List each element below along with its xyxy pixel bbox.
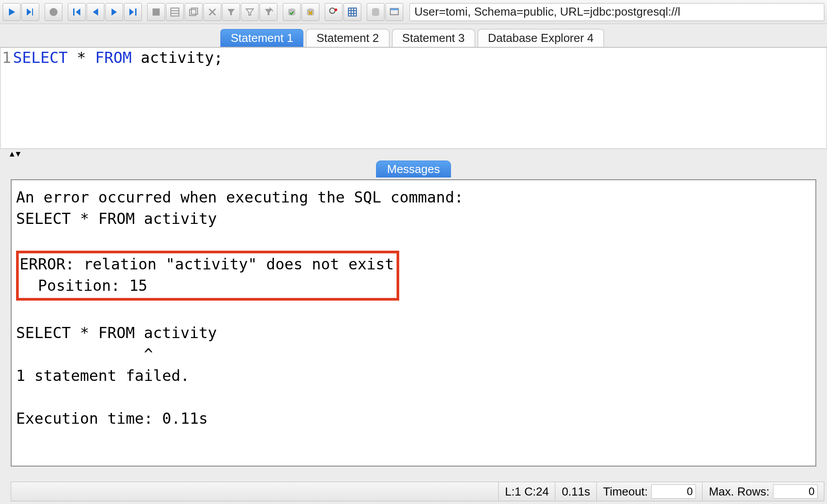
error-highlight-box: ERROR: relation "activity" does not exis… — [16, 251, 399, 301]
svg-rect-0 — [32, 8, 33, 16]
svg-point-20 — [335, 8, 337, 11]
svg-point-19 — [330, 8, 335, 13]
autocommit-toggle-button[interactable] — [325, 3, 343, 21]
status-maxrows: Max. Rows: — [702, 482, 824, 501]
editor-code[interactable]: SELECT * FROM activity; — [13, 48, 827, 149]
keyword-from: FROM — [95, 49, 132, 66]
code-star: * — [68, 49, 95, 66]
messages-panel: Messages An error occurred when executin… — [11, 161, 816, 467]
commit-button[interactable] — [283, 3, 301, 21]
msg-line-echo: SELECT * FROM activity — [16, 324, 217, 342]
sql-editor[interactable]: 1 SELECT * FROM activity; — [0, 47, 827, 149]
run-button[interactable] — [3, 3, 21, 21]
tab-statement-1[interactable]: Statement 1 — [220, 29, 303, 47]
toolbar: User=tomi, Schema=public, URL=jdbc:postg… — [0, 0, 827, 24]
timeout-input[interactable] — [651, 484, 696, 499]
status-timeout: Timeout: — [596, 482, 702, 501]
msg-error-line1: ERROR: relation "activity" does not exis… — [20, 255, 394, 273]
connection-info: User=tomi, Schema=public, URL=jdbc:postg… — [409, 3, 824, 21]
db-browser-button[interactable] — [367, 3, 385, 21]
save-button[interactable] — [147, 3, 165, 21]
msg-line-failed: 1 statement failed. — [16, 367, 190, 384]
svg-rect-2 — [73, 8, 74, 16]
maxrows-input[interactable] — [773, 484, 818, 499]
status-exec-time: 0.11s — [555, 482, 596, 501]
keyword-select: SELECT — [13, 49, 68, 66]
prev-record-button[interactable] — [87, 3, 104, 21]
status-cursor-position: L:1 C:24 — [498, 482, 555, 501]
table-view-button[interactable] — [343, 3, 361, 21]
svg-rect-4 — [153, 8, 160, 16]
msg-error-line2: Position: 15 — [20, 277, 148, 294]
msg-line-caret: ^ — [16, 345, 153, 363]
copy-row-button[interactable] — [185, 3, 203, 21]
tab-database-explorer[interactable]: Database Explorer 4 — [478, 29, 604, 47]
svg-rect-21 — [348, 8, 356, 16]
svg-rect-30 — [390, 8, 398, 10]
code-rest: activity; — [132, 49, 223, 66]
splitter[interactable]: ▲▼ — [0, 149, 827, 159]
splitter-handle-icon[interactable]: ▲▼ — [8, 149, 21, 159]
filter-button[interactable] — [222, 3, 240, 21]
object-tree-button[interactable] — [385, 3, 403, 21]
statusbar: L:1 C:24 0.11s Timeout: Max. Rows: — [11, 482, 824, 501]
stop-button[interactable] — [45, 3, 62, 21]
svg-point-1 — [50, 8, 58, 16]
last-record-button[interactable] — [124, 3, 142, 21]
status-maxrows-label: Max. Rows: — [709, 485, 769, 499]
run-to-cursor-button[interactable] — [21, 3, 39, 21]
filter-clear-button[interactable] — [260, 3, 277, 21]
msg-line-intro: An error occurred when executing the SQL… — [16, 188, 463, 206]
svg-rect-5 — [171, 8, 179, 16]
status-timeout-label: Timeout: — [603, 485, 648, 499]
msg-line-exectime: Execution time: 0.11s — [16, 409, 208, 427]
messages-tab[interactable]: Messages — [376, 161, 451, 178]
tab-statement-3[interactable]: Statement 3 — [392, 29, 475, 47]
first-record-button[interactable] — [68, 3, 86, 21]
messages-output[interactable]: An error occurred when executing the SQL… — [11, 179, 816, 467]
editor-gutter: 1 — [0, 48, 13, 149]
rollback-button[interactable] — [302, 3, 319, 21]
insert-row-button[interactable] — [166, 3, 184, 21]
statement-tabstrip: Statement 1 Statement 2 Statement 3 Data… — [0, 24, 827, 47]
svg-point-28 — [372, 13, 379, 16]
delete-row-button[interactable] — [203, 3, 221, 21]
msg-line-stmt: SELECT * FROM activity — [16, 210, 217, 227]
svg-rect-3 — [135, 8, 136, 16]
filter-selection-button[interactable] — [241, 3, 259, 21]
tab-statement-2[interactable]: Statement 2 — [306, 29, 389, 47]
next-record-button[interactable] — [105, 3, 123, 21]
